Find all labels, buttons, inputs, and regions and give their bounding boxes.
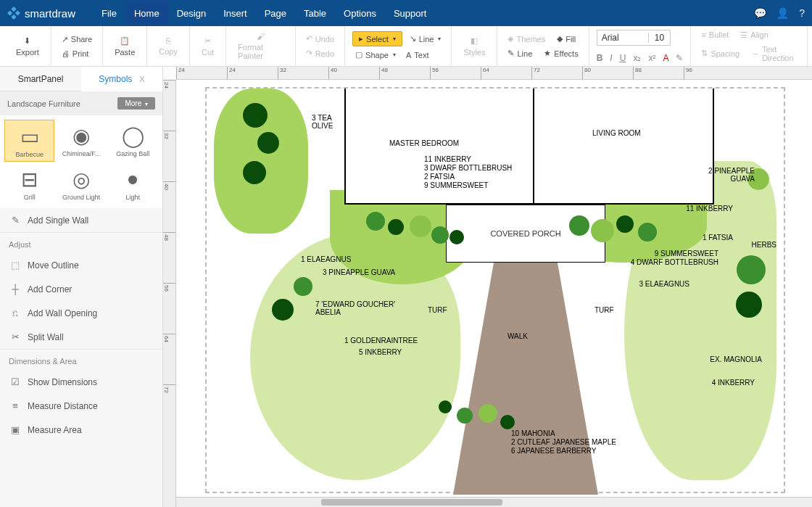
plant-label[interactable]: 2 PINEAPPLE GUAVA: [708, 167, 755, 183]
plant-label[interactable]: 7 'EDWARD GOUCHER' ABELIA: [315, 300, 395, 316]
plant-shape[interactable]: [591, 219, 614, 242]
plant-shape[interactable]: [431, 226, 449, 244]
add-single-wall-button[interactable]: ✎Add Single Wall: [0, 208, 162, 232]
copy-button[interactable]: ⎘Copy: [154, 35, 182, 57]
print-button[interactable]: 🖨 Print: [59, 48, 92, 59]
plant-shape[interactable]: [736, 292, 762, 318]
tab-symbols[interactable]: SymbolsX: [81, 67, 162, 91]
plant-shape[interactable]: [366, 212, 385, 231]
superscript-button[interactable]: x²: [648, 53, 655, 63]
plant-shape[interactable]: [478, 404, 497, 423]
symbol-groundlight[interactable]: ◎Ground Light: [56, 163, 106, 204]
dim-measure-area[interactable]: ▣Measure Area: [0, 418, 162, 442]
chat-icon[interactable]: 💬: [754, 7, 766, 19]
underline-button[interactable]: U: [620, 53, 626, 63]
text-direction-button[interactable]: → Text Direction: [748, 44, 800, 64]
menu-file[interactable]: File: [93, 1, 125, 26]
text-tool-button[interactable]: A Text: [403, 49, 432, 61]
plant-label[interactable]: 2 CUTLEAF JAPANESE MAPLE: [511, 438, 616, 446]
plant-shape[interactable]: [257, 132, 279, 154]
paste-button[interactable]: 📋Paste: [110, 35, 139, 58]
bullet-button[interactable]: ≡ Bullet: [698, 29, 732, 41]
plant-label[interactable]: 11 INKBERRY: [424, 155, 471, 163]
symbol-light[interactable]: ●Light: [108, 163, 158, 204]
fill-button[interactable]: ◆ Fill: [554, 33, 579, 45]
menu-design[interactable]: Design: [168, 1, 215, 26]
menu-options[interactable]: Options: [335, 1, 385, 26]
plant-label[interactable]: EX. MAGNOLIA: [710, 355, 762, 363]
adjust-add-corner[interactable]: ┼Add Corner: [0, 277, 162, 301]
line-style-button[interactable]: ✎ Line: [505, 47, 535, 59]
subscript-button[interactable]: x₂: [633, 53, 641, 63]
bold-button[interactable]: B: [597, 53, 603, 63]
themes-button[interactable]: ◈ Themes: [505, 33, 548, 45]
turf-label[interactable]: TURF: [594, 306, 614, 314]
dim-show-dimensions[interactable]: ☑Show Dimensions: [0, 370, 162, 394]
symbol-gazingball[interactable]: ◯Gazing Ball: [108, 120, 158, 162]
plant-label[interactable]: HERBS: [752, 241, 776, 249]
plant-shape[interactable]: [500, 415, 515, 429]
plant-label[interactable]: 4 DWARF BOTTLEBRUSH: [631, 258, 718, 266]
italic-button[interactable]: I: [610, 53, 612, 63]
menu-insert[interactable]: Insert: [215, 1, 256, 26]
plant-label[interactable]: 1 FATSIA: [703, 234, 733, 242]
drawing-canvas[interactable]: MASTER BEDROOM LIVING ROOM COVERED PORCH: [176, 80, 812, 507]
plant-label[interactable]: 6 JAPANESE BARBERRY: [511, 447, 596, 455]
room-label[interactable]: MASTER BEDROOM: [389, 139, 459, 147]
symbol-grill[interactable]: ⊟Grill: [4, 163, 54, 204]
effects-button[interactable]: ★ Effects: [541, 47, 581, 59]
plant-label[interactable]: 9 SUMMERSWEET: [424, 181, 488, 189]
plant-shape[interactable]: [243, 103, 268, 128]
menu-home[interactable]: Home: [125, 1, 168, 26]
menu-table[interactable]: Table: [295, 1, 335, 26]
symbol-chimineaf[interactable]: ◉Chiminea/F...: [56, 120, 106, 162]
plant-label[interactable]: 2 FATSIA: [424, 173, 455, 181]
more-button[interactable]: More ▾: [117, 97, 155, 110]
redo-button[interactable]: ↷ Redo: [303, 47, 337, 59]
align-button[interactable]: ☰ Align: [737, 29, 771, 41]
menu-page[interactable]: Page: [256, 1, 295, 26]
font-selector[interactable]: Arial10: [597, 30, 671, 46]
symbol-barbecue[interactable]: ▭Barbecue: [4, 120, 54, 162]
select-button[interactable]: ▸ Select▾: [352, 31, 402, 46]
plant-shape[interactable]: [272, 299, 294, 321]
spacing-button[interactable]: ⇅ Spacing: [698, 44, 742, 64]
plant-label[interactable]: 9 SUMMERSWEET: [655, 250, 718, 257]
styles-button[interactable]: ◧Styles: [459, 35, 489, 58]
plant-label[interactable]: 3 ELAEAGNUS: [639, 280, 689, 288]
shape-tool-button[interactable]: ▢ Shape▾: [352, 49, 399, 61]
plant-label[interactable]: 3 TEA OLIVE: [312, 114, 333, 130]
walkway-shape[interactable]: [453, 263, 598, 495]
user-icon[interactable]: 👤: [776, 7, 789, 19]
plant-shape[interactable]: [457, 408, 473, 424]
plant-label[interactable]: 1 GOLDENRAINTREE: [344, 337, 418, 345]
horizontal-scrollbar[interactable]: [176, 497, 812, 507]
help-icon[interactable]: ?: [799, 7, 805, 19]
menu-support[interactable]: Support: [385, 1, 436, 26]
tab-smartpanel[interactable]: SmartPanel: [0, 67, 81, 91]
line-tool-button[interactable]: ↘ Line▾: [407, 31, 444, 46]
plant-shape[interactable]: [569, 215, 589, 236]
undo-button[interactable]: ↶ Undo: [303, 33, 337, 45]
share-button[interactable]: ↗ Share: [59, 33, 95, 46]
plant-shape[interactable]: [388, 219, 404, 235]
adjust-split-wall[interactable]: ✂Split Wall: [0, 325, 162, 349]
plant-shape[interactable]: [638, 223, 657, 242]
adjust-move-outline[interactable]: ⬚Move Outline: [0, 253, 162, 277]
turf-label[interactable]: TURF: [428, 306, 447, 314]
plant-shape[interactable]: [410, 215, 431, 237]
walk-label[interactable]: WALK: [508, 332, 528, 340]
plant-shape[interactable]: [450, 230, 464, 244]
plant-shape[interactable]: [294, 277, 312, 296]
plant-shape[interactable]: [439, 400, 452, 413]
adjust-add-wall-opening[interactable]: ⎌Add Wall Opening: [0, 301, 162, 325]
cut-button[interactable]: ✂Cut: [197, 35, 218, 58]
plant-label[interactable]: 11 INKBERRY: [686, 205, 733, 213]
dim-measure-distance[interactable]: ≡Measure Distance: [0, 394, 162, 418]
room-label[interactable]: LIVING ROOM: [592, 129, 641, 137]
export-button[interactable]: ⬇Export: [12, 35, 44, 58]
close-icon[interactable]: X: [139, 75, 144, 83]
house-outline[interactable]: MASTER BEDROOM LIVING ROOM: [344, 88, 714, 205]
font-color-button[interactable]: A: [663, 53, 668, 63]
plant-label[interactable]: 1 ELAEAGNUS: [301, 255, 351, 263]
